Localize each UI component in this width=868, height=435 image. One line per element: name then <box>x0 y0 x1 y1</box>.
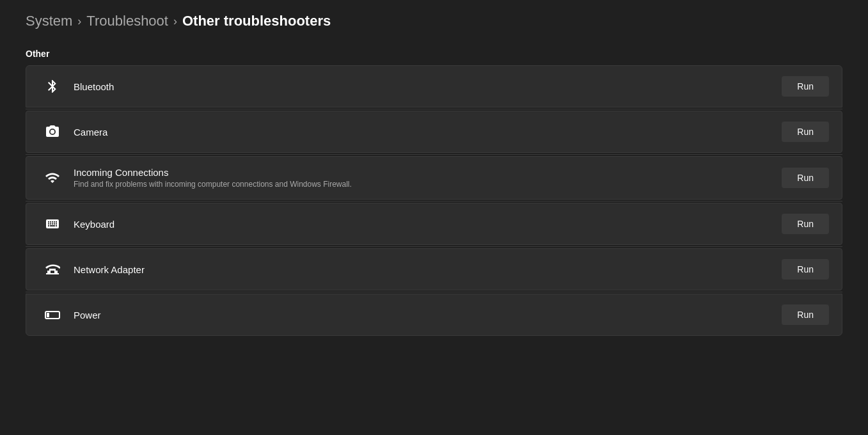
bluetooth-icon <box>39 79 66 94</box>
svg-rect-3 <box>47 313 49 317</box>
power-name: Power <box>74 310 782 320</box>
keyboard-icon <box>39 216 66 232</box>
breadcrumb-current: Other troubleshooters <box>182 13 331 29</box>
bluetooth-run-button[interactable]: Run <box>782 76 829 97</box>
breadcrumb-sep-2: › <box>173 15 177 28</box>
network-adapter-name: Network Adapter <box>74 264 782 275</box>
network-adapter-info: Network Adapter <box>66 264 782 275</box>
section-label: Other <box>26 49 842 59</box>
incoming-connections-icon <box>39 170 66 186</box>
breadcrumb-troubleshoot[interactable]: Troubleshoot <box>86 13 168 29</box>
network-adapter-run-button[interactable]: Run <box>782 259 829 280</box>
power-run-button[interactable]: Run <box>782 304 829 325</box>
divider-4 <box>26 246 842 247</box>
keyboard-run-button[interactable]: Run <box>782 214 829 234</box>
keyboard-name: Keyboard <box>74 219 782 230</box>
troubleshooter-row-bluetooth: Bluetooth Run <box>26 65 842 107</box>
power-icon <box>39 307 66 322</box>
camera-name: Camera <box>74 127 782 138</box>
incoming-connections-info: Incoming Connections Find and fix proble… <box>66 167 782 189</box>
breadcrumb-system[interactable]: System <box>26 13 72 29</box>
network-adapter-icon <box>39 262 66 277</box>
bluetooth-name: Bluetooth <box>74 81 782 92</box>
incoming-connections-name: Incoming Connections <box>74 167 782 178</box>
troubleshooter-row-incoming-connections: Incoming Connections Find and fix proble… <box>26 156 842 200</box>
camera-icon <box>39 124 66 139</box>
divider-1 <box>26 109 842 109</box>
breadcrumb: System › Troubleshoot › Other troublesho… <box>26 13 842 29</box>
keyboard-info: Keyboard <box>66 219 782 230</box>
troubleshooter-row-camera: Camera Run <box>26 111 842 153</box>
camera-run-button[interactable]: Run <box>782 122 829 142</box>
divider-3 <box>26 201 842 202</box>
divider-2 <box>26 154 842 155</box>
incoming-connections-run-button[interactable]: Run <box>782 168 829 188</box>
troubleshooter-row-power: Power Run <box>26 294 842 336</box>
bluetooth-info: Bluetooth <box>66 81 782 92</box>
troubleshooter-row-network-adapter: Network Adapter Run <box>26 248 842 290</box>
incoming-connections-desc: Find and fix problems with incoming comp… <box>74 180 782 189</box>
breadcrumb-sep-1: › <box>77 15 81 28</box>
troubleshooter-row-keyboard: Keyboard Run <box>26 203 842 245</box>
divider-5 <box>26 292 842 292</box>
camera-info: Camera <box>66 127 782 138</box>
troubleshooter-list: Bluetooth Run Camera Run Incoming Connec… <box>26 65 842 336</box>
power-info: Power <box>66 310 782 320</box>
